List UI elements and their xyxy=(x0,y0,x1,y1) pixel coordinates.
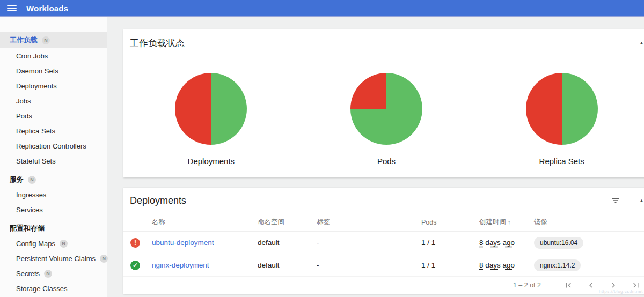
sidebar-item-persistent-volume-claims[interactable]: Persistent Volume Claims N xyxy=(0,251,107,266)
sidebar-item-label: Storage Classes xyxy=(16,285,67,293)
pods-pie-chart xyxy=(350,73,422,145)
sidebar-item-label: Ingresses xyxy=(16,191,46,199)
deployments-card-header: Deployments ▲ xyxy=(123,188,644,213)
sidebar-item-storage-classes[interactable]: Storage Classes xyxy=(0,281,107,296)
sidebar-item-replication-controllers[interactable]: Replication Controllers xyxy=(0,138,107,153)
previous-page-icon[interactable] xyxy=(586,280,596,290)
workload-status-header: 工作负载状态 ▲ xyxy=(123,29,644,56)
sidebar-item-stateful-sets[interactable]: Stateful Sets xyxy=(0,153,107,168)
workload-status-card: 工作负载状态 ▲ Deployments Pods Replica Sets xyxy=(123,29,644,177)
column-header-labels[interactable]: 标签 xyxy=(317,218,421,227)
sort-ascending-icon: ↑ xyxy=(508,219,511,225)
status-cell: ! xyxy=(123,238,148,248)
namespace-cell: default xyxy=(258,261,317,269)
column-header-pods[interactable]: Pods xyxy=(421,219,479,226)
image-chip: nginx:1.14.2 xyxy=(534,259,581,271)
deployments-card: Deployments ▲ 名称 命名空间 标签 Pods 创建时间↑ 镜像 !… xyxy=(123,188,644,294)
app-bar-divider xyxy=(0,16,644,17)
images-cell: nginx:1.14.2 xyxy=(534,259,644,271)
sidebar-item-workloads[interactable]: 工作负载 N xyxy=(0,32,107,48)
sidebar-item-replica-sets[interactable]: Replica Sets xyxy=(0,123,107,138)
sidebar-item-label: Pods xyxy=(16,112,32,120)
namespace-badge: N xyxy=(42,36,50,44)
sidebar-item-pods[interactable]: Pods xyxy=(0,108,107,123)
sidebar-item-label: 服务 xyxy=(10,175,24,184)
sidebar-item-label: Config Maps xyxy=(16,240,55,248)
column-header-namespace[interactable]: 命名空间 xyxy=(258,218,317,227)
pods-cell: 1 / 1 xyxy=(421,261,479,269)
relative-time: 8 days ago xyxy=(479,239,515,247)
status-charts-row: Deployments Pods Replica Sets xyxy=(123,56,644,166)
name-cell: nginx-deployment xyxy=(148,261,258,269)
workload-status-title: 工作负载状态 xyxy=(130,37,185,49)
name-cell: ubuntu-deployment xyxy=(148,239,258,247)
pods-pie-block: Pods xyxy=(299,73,474,166)
namespace-badge: N xyxy=(28,176,36,184)
menu-icon[interactable] xyxy=(7,5,17,12)
images-cell: ubuntu:16.04 xyxy=(534,237,644,249)
sidebar-item-services[interactable]: Services xyxy=(0,202,107,217)
sidebar-item-daemon-sets[interactable]: Daemon Sets xyxy=(0,63,107,78)
sidebar-item-label: Daemon Sets xyxy=(16,67,58,75)
column-header-images[interactable]: 镜像 xyxy=(534,218,644,227)
status-cell: ✓ xyxy=(123,261,148,270)
first-page-icon[interactable] xyxy=(564,280,573,290)
namespace-cell: default xyxy=(258,239,317,247)
sidebar-item-label: Stateful Sets xyxy=(16,157,56,165)
column-header-created[interactable]: 创建时间↑ xyxy=(479,218,534,227)
pagination-range-label: 1 – 2 of 2 xyxy=(513,281,541,289)
namespace-badge: N xyxy=(100,255,108,263)
app-bar: Workloads xyxy=(0,0,644,16)
sidebar-item-config-maps[interactable]: Config Maps N xyxy=(0,236,107,251)
pie-chart-label: Replica Sets xyxy=(539,157,584,166)
labels-cell: - xyxy=(317,239,421,247)
labels-cell: - xyxy=(317,261,421,269)
deployments-card-title: Deployments xyxy=(130,195,186,206)
created-cell: 8 days ago xyxy=(479,239,534,247)
sidebar-item-label: Secrets xyxy=(16,270,40,278)
deployments-pie-chart xyxy=(175,73,247,145)
pods-cell: 1 / 1 xyxy=(421,239,479,247)
sidebar-item-label: 配置和存储 xyxy=(10,224,45,233)
watermark: https://blog.csdn.net xyxy=(599,289,643,294)
sidebar-item-label: Persistent Volume Claims xyxy=(16,255,96,263)
sidebar-item-secrets[interactable]: Secrets N xyxy=(0,266,107,281)
replica-sets-pie-block: Replica Sets xyxy=(474,73,644,166)
sidebar-item-label: Replication Controllers xyxy=(16,142,86,150)
sidebar-item-cron-jobs[interactable]: Cron Jobs xyxy=(0,48,107,63)
sidebar: 工作负载 N Cron Jobs Daemon Sets Deployments… xyxy=(0,17,107,297)
namespace-badge: N xyxy=(60,240,68,248)
table-header-row: 名称 命名空间 标签 Pods 创建时间↑ 镜像 xyxy=(123,213,644,232)
sidebar-item-jobs[interactable]: Jobs xyxy=(0,93,107,108)
error-status-icon: ! xyxy=(130,238,140,248)
pie-chart-label: Deployments xyxy=(188,157,235,166)
sidebar-item-label: Replica Sets xyxy=(16,127,55,135)
sidebar-item-services-section[interactable]: 服务 N xyxy=(0,172,107,187)
page-title: Workloads xyxy=(26,4,68,13)
sidebar-item-label: Deployments xyxy=(16,82,57,90)
sidebar-item-label: 工作负载 xyxy=(10,35,38,45)
collapse-icon[interactable]: ▲ xyxy=(639,198,644,203)
pie-chart-label: Pods xyxy=(377,157,396,166)
deployment-link[interactable]: ubuntu-deployment xyxy=(152,239,214,247)
sidebar-item-label: Cron Jobs xyxy=(16,52,48,60)
relative-time: 8 days ago xyxy=(479,261,515,269)
column-header-label: 创建时间 xyxy=(479,218,506,226)
pagination-bar: 1 – 2 of 2 xyxy=(123,277,644,294)
sidebar-item-label: Jobs xyxy=(16,97,31,105)
deployment-link[interactable]: nginx-deployment xyxy=(152,261,209,269)
sidebar-item-config-storage-section[interactable]: 配置和存储 xyxy=(0,221,107,236)
sidebar-item-ingresses[interactable]: Ingresses xyxy=(0,187,107,202)
replica-sets-pie-chart xyxy=(526,73,598,145)
success-status-icon: ✓ xyxy=(130,261,140,270)
namespace-badge: N xyxy=(44,270,52,278)
column-header-name[interactable]: 名称 xyxy=(148,218,258,227)
image-chip: ubuntu:16.04 xyxy=(534,237,583,249)
filter-icon[interactable] xyxy=(610,195,621,206)
created-cell: 8 days ago xyxy=(479,261,534,269)
deployments-pie-block: Deployments xyxy=(123,73,299,166)
table-row: ✓ nginx-deployment default - 1 / 1 8 day… xyxy=(123,254,644,277)
collapse-icon[interactable]: ▲ xyxy=(639,40,644,46)
sidebar-item-deployments[interactable]: Deployments xyxy=(0,78,107,93)
table-row: ! ubuntu-deployment default - 1 / 1 8 da… xyxy=(123,232,644,254)
